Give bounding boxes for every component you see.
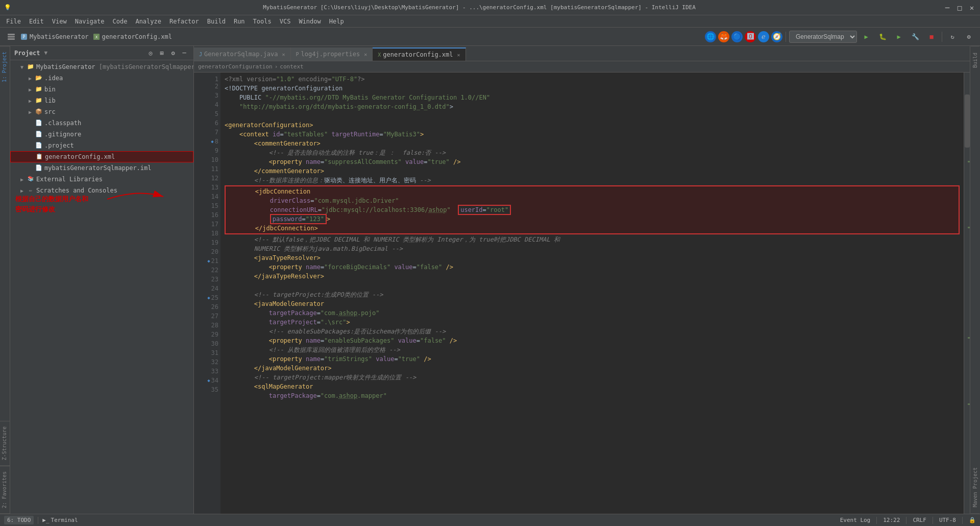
panel-dropdown-icon[interactable]: ▼ bbox=[44, 50, 48, 56]
tab-generatorconfig-close[interactable]: ✕ bbox=[457, 52, 460, 58]
gutter-marker-25: ◆ bbox=[207, 293, 210, 302]
event-log-item[interactable]: Event Log bbox=[840, 517, 871, 523]
tab-generatorconfig[interactable]: X generatorConfig.xml ✕ bbox=[373, 47, 465, 61]
close-button[interactable]: ✕ bbox=[968, 4, 976, 12]
run-config-selector[interactable]: GeneratorSqlmap bbox=[789, 31, 857, 43]
tree-src-item[interactable]: ▶ 📦 src bbox=[10, 106, 193, 117]
scroll-indicator-2 bbox=[968, 227, 970, 228]
chrome-icon[interactable]: 🌐 bbox=[705, 31, 716, 42]
top-right-browser-icons: 🌐 🦊 🔵 🅾 ℯ 🧭 bbox=[705, 31, 782, 42]
debug-button[interactable]: 🐛 bbox=[875, 30, 890, 44]
tree-root-item[interactable]: ▼ 📁 MybatisGenerator [mybatisGeneratorSq… bbox=[10, 61, 193, 73]
status-sep-5 bbox=[962, 517, 963, 524]
expand-all-btn[interactable]: ⊞ bbox=[157, 48, 167, 58]
encoding-item[interactable]: UTF-8 bbox=[939, 517, 956, 523]
panel-minimize-btn[interactable]: ─ bbox=[179, 48, 189, 58]
tree-gitignore-item[interactable]: ▶ 📄 .gitignore bbox=[10, 129, 193, 140]
tree-generatorconfig-item[interactable]: ▶ 📋 generatorConfig.xml bbox=[10, 151, 193, 162]
menu-code[interactable]: Code bbox=[109, 15, 132, 27]
tree-project-item[interactable]: ▶ 📄 .project bbox=[10, 140, 193, 151]
code-line-25: <javaModelGenerator bbox=[225, 299, 960, 308]
sync-btn[interactable]: ◎ bbox=[145, 48, 156, 58]
structure-tab[interactable]: Z-Structure bbox=[0, 421, 10, 466]
edit-run-config-btn[interactable]: 🔧 bbox=[908, 30, 922, 44]
line-ending-item[interactable]: CRLF bbox=[913, 517, 926, 523]
run-with-coverage-btn[interactable]: ▶ bbox=[892, 30, 906, 44]
event-log-label: Event Log bbox=[840, 517, 871, 523]
code-line-3: PUBLIC "-//mybatis.org//DTD MyBatis Gene… bbox=[225, 93, 960, 102]
tree-root-label: MybatisGenerator [mybatisGeneratorSqlmap… bbox=[36, 63, 193, 70]
ln-21: ◆21 bbox=[194, 256, 220, 266]
scrollbar-thumb[interactable] bbox=[965, 94, 970, 148]
edge-icon[interactable]: 🔵 bbox=[731, 31, 743, 42]
menu-tools[interactable]: Tools bbox=[249, 15, 276, 27]
scroll-indicator-1 bbox=[968, 161, 970, 162]
toolbar-project-view-btn[interactable] bbox=[4, 30, 18, 44]
menu-view[interactable]: View bbox=[48, 15, 71, 27]
menu-navigate[interactable]: Navigate bbox=[71, 15, 109, 27]
tree-classpath-item[interactable]: ▶ 📄 .classpath bbox=[10, 117, 193, 129]
build-tab[interactable]: Build bbox=[971, 46, 979, 74]
tree-iml-item[interactable]: ▶ 📄 mybatisGeneratorSqlmapper.iml bbox=[10, 162, 193, 174]
toolbar-project-label: MybatisGenerator bbox=[30, 33, 89, 40]
tab-log4j-close[interactable]: ✕ bbox=[364, 52, 367, 57]
run-button[interactable]: ▶ bbox=[859, 30, 873, 44]
minimize-button[interactable]: ─ bbox=[943, 4, 951, 12]
project-panel-header: Project ▼ ◎ ⊞ ⚙ ─ bbox=[10, 46, 193, 60]
code-line-7: <context id="testTables" targetRuntime="… bbox=[225, 130, 960, 139]
update-btn[interactable]: ↻ bbox=[945, 30, 960, 44]
code-line-1: <?xml version="1.0" encoding="UTF-8"?> bbox=[225, 75, 960, 84]
menu-analyze[interactable]: Analyze bbox=[131, 15, 165, 27]
tab-generatorsqlmap[interactable]: J GeneratorSqlmap.java ✕ bbox=[194, 47, 291, 61]
menu-edit[interactable]: Edit bbox=[25, 15, 48, 27]
tree-bin-item[interactable]: ▶ 📁 bin bbox=[10, 84, 193, 95]
todo-button[interactable]: 6: TODO bbox=[4, 516, 34, 524]
terminal-button[interactable]: ▶_ Terminal bbox=[42, 517, 78, 523]
tree-scratches-item[interactable]: ▶ ✏ Scratches and Consoles bbox=[10, 185, 193, 196]
bc-context[interactable]: context bbox=[280, 63, 303, 70]
gutter-marker-34: ◆ bbox=[207, 376, 210, 385]
code-line-6: <generatorConfiguration> bbox=[225, 121, 960, 130]
bin-folder-icon: 📁 bbox=[35, 86, 43, 93]
safari-icon[interactable]: 🧭 bbox=[771, 31, 782, 42]
menu-run[interactable]: Run bbox=[230, 15, 249, 27]
gutter-marker-21: ◆ bbox=[207, 256, 210, 266]
code-editor[interactable]: <?xml version="1.0" encoding="UTF-8"?> <… bbox=[220, 73, 964, 514]
ln-3: 3 bbox=[194, 91, 220, 100]
svg-text:P: P bbox=[23, 35, 26, 39]
firefox-icon[interactable]: 🦊 bbox=[718, 31, 729, 42]
editor-tabs: J GeneratorSqlmap.java ✕ P log4j.propert… bbox=[194, 46, 970, 61]
menu-build[interactable]: Build bbox=[203, 15, 230, 27]
ln-20: 20 bbox=[194, 247, 220, 256]
panel-settings-btn[interactable]: ⚙ bbox=[168, 48, 178, 58]
ln-30: 30 bbox=[194, 339, 220, 348]
tree-idea-item[interactable]: ▶ 📂 .idea bbox=[10, 73, 193, 84]
tab-log4j[interactable]: P log4j.properties ✕ bbox=[291, 47, 373, 61]
menu-window[interactable]: Window bbox=[295, 15, 325, 27]
code-line-5 bbox=[225, 111, 960, 121]
tree-lib-item[interactable]: ▶ 📁 lib bbox=[10, 95, 193, 106]
project-tab[interactable]: 1: Project bbox=[0, 46, 10, 87]
bc-generatorconfiguration[interactable]: generatorConfiguration bbox=[198, 63, 273, 70]
maximize-button[interactable]: □ bbox=[955, 4, 964, 12]
favorites-tab[interactable]: 2: Favorites bbox=[0, 466, 10, 514]
menu-help[interactable]: Help bbox=[325, 15, 348, 27]
line-number-gutter: 1 2 3 4 5 6 7 ◆8 9 10 11 12 13 14 15 16 … bbox=[194, 73, 220, 514]
menu-vcs[interactable]: VCS bbox=[276, 15, 295, 27]
tab-generatorsqlmap-label: GeneratorSqlmap.java bbox=[204, 51, 278, 58]
maven-tab[interactable]: Maven Project bbox=[971, 461, 979, 514]
menu-refactor[interactable]: Refactor bbox=[165, 15, 203, 27]
code-line-4: "http://mybatis.org/dtd/mybatis-generato… bbox=[225, 102, 960, 111]
ie-icon[interactable]: ℯ bbox=[758, 31, 769, 42]
project-icon: 📁 bbox=[27, 63, 35, 70]
tree-ext-libs-item[interactable]: ▶ 📚 External Libraries bbox=[10, 174, 193, 185]
settings-btn[interactable]: ⚙ bbox=[962, 30, 976, 44]
vertical-scrollbar[interactable] bbox=[964, 73, 970, 514]
code-line-29: <property name="enableSubPackages" value… bbox=[225, 336, 960, 345]
menu-file[interactable]: File bbox=[2, 15, 25, 27]
code-line-28: <!-- enableSubPackages:是否让schema作为包的后缀 -… bbox=[225, 327, 960, 336]
tab-generatorsqlmap-close[interactable]: ✕ bbox=[282, 52, 285, 57]
opera-icon[interactable]: 🅾 bbox=[745, 31, 756, 42]
stop-button[interactable]: ■ bbox=[924, 30, 939, 44]
ln-23: 23 bbox=[194, 275, 220, 284]
